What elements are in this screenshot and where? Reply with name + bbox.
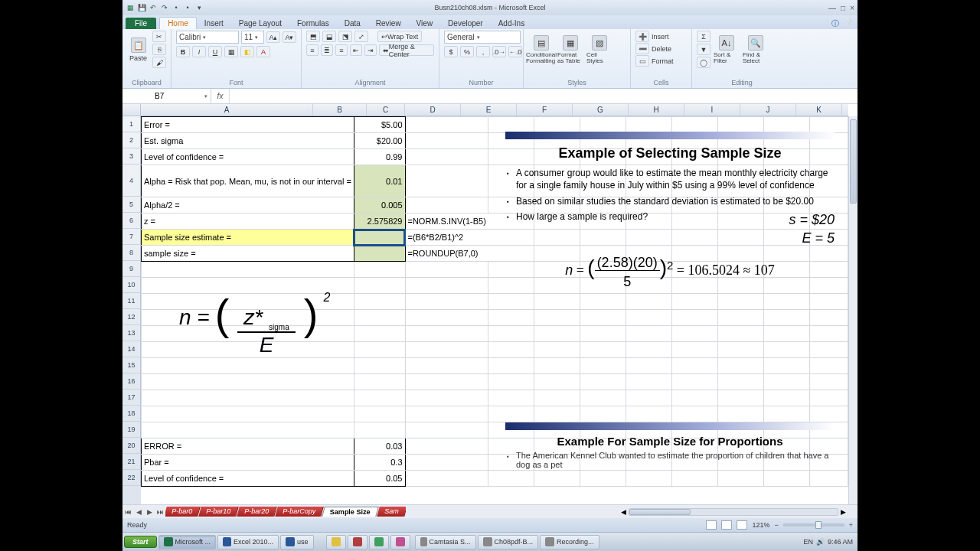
cell-H1[interactable] xyxy=(672,117,718,133)
find-select-button[interactable]: 🔍Find & Select xyxy=(743,31,769,69)
cell-J18[interactable] xyxy=(764,406,810,422)
zoom-level[interactable]: 121% xyxy=(752,521,769,529)
fx-icon[interactable]: fx xyxy=(211,89,230,103)
cell-I15[interactable] xyxy=(718,358,764,374)
row-header-22[interactable]: 22 xyxy=(122,470,141,486)
cell-D11[interactable] xyxy=(488,294,534,310)
row-header-19[interactable]: 19 xyxy=(122,422,141,438)
cell-B5[interactable]: 0.005 xyxy=(354,197,405,214)
tab-formulas[interactable]: Formulas xyxy=(289,18,337,29)
row-header-20[interactable]: 20 xyxy=(122,438,141,454)
cell-D15[interactable] xyxy=(488,358,534,374)
cell-J13[interactable] xyxy=(764,326,810,342)
row-header-6[interactable]: 6 xyxy=(122,213,141,229)
cell-styles-button[interactable]: ▧Cell Styles xyxy=(586,31,612,69)
cell-F15[interactable] xyxy=(580,358,626,374)
cell-B10[interactable] xyxy=(354,278,405,294)
name-box[interactable]: B7 xyxy=(152,89,211,103)
sheet-nav-first-icon[interactable]: ⏮ xyxy=(122,508,133,516)
sheet-nav-prev-icon[interactable]: ◀ xyxy=(133,508,144,516)
cell-B22[interactable]: 0.05 xyxy=(354,471,405,487)
cell-B13[interactable] xyxy=(354,326,405,342)
row-header-21[interactable]: 21 xyxy=(122,454,141,470)
cell-I22[interactable] xyxy=(718,471,764,487)
cell-G17[interactable] xyxy=(626,390,672,406)
cell-J17[interactable] xyxy=(764,390,810,406)
scroll-thumb[interactable] xyxy=(629,509,691,515)
cell-F1[interactable] xyxy=(580,117,626,133)
formula-input[interactable] xyxy=(230,89,858,103)
cell-D13[interactable] xyxy=(488,326,534,342)
tab-insert[interactable]: Insert xyxy=(197,18,231,29)
cell-K22[interactable] xyxy=(810,471,848,487)
cell-B9[interactable] xyxy=(354,262,405,278)
tab-addins[interactable]: Add-Ins xyxy=(491,18,532,29)
cell-J12[interactable] xyxy=(764,310,810,326)
cell-J14[interactable] xyxy=(764,342,810,358)
horizontal-scrollbar[interactable]: ◀ ▶ xyxy=(619,507,848,517)
tab-home[interactable]: Home xyxy=(159,17,197,29)
cell-A21[interactable]: Pbar = xyxy=(142,455,354,471)
col-header-C[interactable]: C xyxy=(367,104,405,116)
cell-C17[interactable] xyxy=(405,390,488,406)
autosum-icon[interactable]: Σ xyxy=(697,31,710,42)
cell-I14[interactable] xyxy=(718,342,764,358)
clock[interactable]: 9:46 AM xyxy=(828,538,853,546)
row-header-7[interactable]: 7 xyxy=(122,229,141,245)
worksheet-grid[interactable]: ABCDEFGHIJK 1234567891011121314151617181… xyxy=(122,104,858,504)
row-header-4[interactable]: 4 xyxy=(122,165,141,197)
tray-app-icon[interactable] xyxy=(326,535,346,549)
row-header-10[interactable]: 10 xyxy=(122,277,141,293)
lang-indicator[interactable]: EN xyxy=(803,538,813,546)
merge-center-button[interactable]: ⬌ Merge & Center xyxy=(379,44,434,56)
cell-I18[interactable] xyxy=(718,406,764,422)
cell-C2[interactable] xyxy=(405,133,488,149)
sheet-tab[interactable]: Sam xyxy=(377,507,406,517)
cell-B19[interactable] xyxy=(354,422,405,439)
cell-F17[interactable] xyxy=(580,390,626,406)
cell-A3[interactable]: Level of confidence = xyxy=(142,149,354,165)
cell-B4[interactable]: 0.01 xyxy=(354,165,405,197)
col-header-B[interactable]: B xyxy=(313,104,367,116)
select-all-corner[interactable] xyxy=(122,104,141,116)
cell-I11[interactable] xyxy=(718,294,764,310)
cell-A16[interactable] xyxy=(142,374,354,390)
cell-I16[interactable] xyxy=(718,374,764,390)
cell-C3[interactable] xyxy=(405,149,488,165)
cell-D22[interactable] xyxy=(488,471,534,487)
taskbar-item[interactable]: Camtasia S... xyxy=(415,535,476,549)
cell-C21[interactable] xyxy=(405,455,488,471)
cell-G18[interactable] xyxy=(626,406,672,422)
cell-F11[interactable] xyxy=(580,294,626,310)
insert-cells-icon[interactable]: ➕ xyxy=(635,31,649,42)
row-header-18[interactable]: 18 xyxy=(122,406,141,422)
cell-C15[interactable] xyxy=(405,358,488,374)
cell-K18[interactable] xyxy=(810,406,848,422)
paste-button[interactable]: 📋 Paste xyxy=(127,31,149,69)
cell-A6[interactable]: z = xyxy=(142,214,354,230)
col-header-I[interactable]: I xyxy=(684,104,740,116)
copy-icon[interactable]: ⎘ xyxy=(152,44,166,55)
cell-G11[interactable] xyxy=(626,294,672,310)
cell-G13[interactable] xyxy=(626,326,672,342)
cell-A8[interactable]: sample size = xyxy=(142,246,354,262)
taskbar-item[interactable]: use xyxy=(280,535,314,549)
qat-item-icon[interactable]: • xyxy=(172,3,181,12)
row-header-5[interactable]: 5 xyxy=(122,197,141,213)
bold-icon[interactable]: B xyxy=(176,46,190,57)
cell-K11[interactable] xyxy=(810,294,848,310)
number-format-combo[interactable]: General xyxy=(444,31,521,44)
cut-icon[interactable]: ✂ xyxy=(152,31,166,42)
format-cells-icon[interactable]: ▭ xyxy=(635,55,649,67)
cell-A5[interactable]: Alpha/2 = xyxy=(142,197,354,214)
cell-J15[interactable] xyxy=(764,358,810,374)
cell-B12[interactable] xyxy=(354,310,405,326)
cell-E14[interactable] xyxy=(534,342,580,358)
zoom-out-icon[interactable]: − xyxy=(774,521,778,529)
row-header-15[interactable]: 15 xyxy=(122,357,141,373)
sort-filter-button[interactable]: A↓Sort & Filter xyxy=(714,31,740,69)
orientation-icon[interactable]: ⤢ xyxy=(354,31,368,42)
cell-D17[interactable] xyxy=(488,390,534,406)
align-bottom-icon[interactable]: ⬔ xyxy=(338,31,352,42)
cell-C1[interactable] xyxy=(405,117,488,133)
